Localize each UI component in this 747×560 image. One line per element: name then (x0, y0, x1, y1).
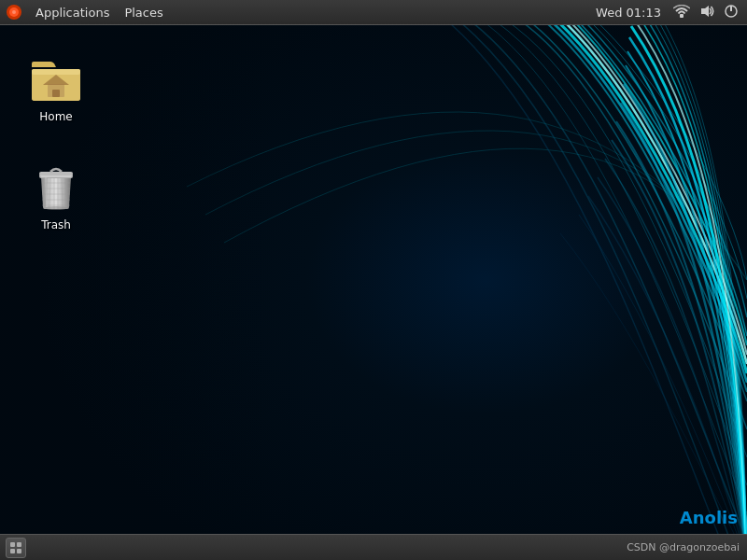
places-menu[interactable]: Places (117, 0, 170, 25)
svg-rect-11 (32, 69, 80, 75)
svg-point-4 (12, 10, 16, 14)
panel-left: Applications Places (0, 0, 171, 25)
watermark-text: Anolis (680, 508, 738, 527)
bottom-panel-left (0, 538, 26, 558)
bottom-panel: CSDN @dragonzoebai (0, 534, 747, 560)
panel-clock: Wed 01:13 (590, 6, 667, 20)
volume-icon[interactable] (697, 3, 717, 22)
svg-rect-31 (17, 542, 21, 547)
network-icon[interactable] (670, 3, 693, 22)
desktop-icons-area: Home (0, 28, 112, 532)
home-folder-image (28, 50, 84, 106)
show-desktop-button[interactable] (6, 538, 26, 558)
desktop-background (0, 0, 747, 560)
svg-marker-6 (701, 6, 709, 17)
applications-menu[interactable]: Applications (28, 0, 117, 25)
svg-rect-33 (17, 549, 21, 553)
home-icon[interactable]: Home (19, 47, 93, 127)
svg-rect-14 (52, 90, 60, 97)
panel-logo[interactable] (4, 2, 24, 22)
trash-can-image (28, 159, 84, 215)
top-panel: Applications Places Wed 01:13 (0, 0, 747, 25)
power-icon[interactable] (721, 2, 741, 23)
trash-icon[interactable]: Trash (19, 155, 93, 235)
desktop: Applications Places Wed 01:13 (0, 0, 747, 560)
panel-right: Wed 01:13 (590, 2, 747, 23)
home-icon-label: Home (39, 110, 72, 123)
taskbar-info: CSDN @dragonzoebai (627, 541, 747, 553)
svg-rect-5 (680, 14, 684, 18)
svg-rect-28 (39, 172, 73, 175)
svg-point-29 (45, 206, 67, 210)
svg-rect-30 (10, 542, 15, 547)
svg-rect-32 (10, 549, 15, 553)
trash-icon-label: Trash (41, 218, 71, 231)
